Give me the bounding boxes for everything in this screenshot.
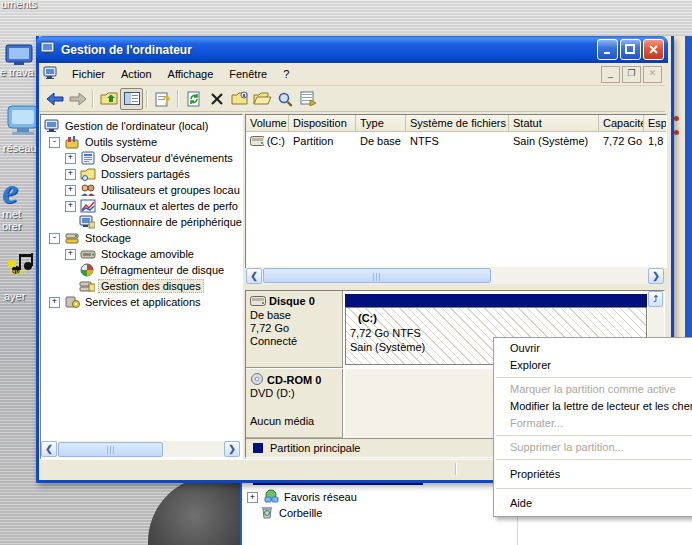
volume-horizontal-scrollbar[interactable]: ❮ ❯ [246, 267, 664, 284]
media-player-label[interactable]: ayer [4, 290, 25, 302]
tree-item-journaux[interactable]: + Journaux et alertes de perfo [65, 198, 240, 214]
tree-label[interactable]: Gestionnaire de périphérique [98, 216, 243, 228]
column-header-fs[interactable]: Système de fichiers [406, 115, 509, 132]
menu-help[interactable]: ? [275, 65, 297, 83]
volume-row-c[interactable]: (C:) Partition De base NTFS Sain (Systèm… [246, 132, 666, 149]
media-player-icon[interactable]: layer [6, 250, 36, 280]
tree-item-services[interactable]: + Services et applications [49, 294, 203, 310]
tree-item-defragmenteur[interactable]: Défragmenteur de disque [79, 262, 226, 278]
scroll-right-icon[interactable]: ❯ [648, 268, 664, 284]
collapse-icon[interactable]: - [49, 137, 60, 148]
internet-explorer-icon[interactable]: e [2, 170, 18, 212]
tree-item-root[interactable]: Gestion de l'ordinateur (local) [44, 118, 210, 134]
title-bar[interactable]: Gestion de l'ordinateur [36, 36, 668, 63]
tree-label[interactable]: Défragmenteur de disque [98, 264, 226, 276]
scroll-up-icon[interactable]: ⤴ [648, 291, 663, 307]
expand-icon[interactable]: + [65, 153, 76, 164]
close-button[interactable] [643, 39, 664, 60]
expand-icon[interactable]: + [65, 169, 76, 180]
menu-item-modifier-lettre[interactable]: Modifier la lettre de lecteur et les che… [494, 398, 692, 415]
scroll-left-icon[interactable]: ❮ [246, 268, 262, 284]
tree-label-selected[interactable]: Gestion des disques [98, 279, 204, 293]
system-tools-icon [64, 135, 80, 149]
internet-explorer-label-2[interactable]: orer [2, 220, 22, 232]
menu-item-formater[interactable]: Formater... [494, 415, 692, 432]
maximize-button[interactable] [620, 39, 641, 60]
menu-item-explorer[interactable]: Explorer [494, 357, 692, 374]
tree-item-outils-systeme[interactable]: - Outils système [49, 134, 159, 150]
back-icon[interactable] [43, 88, 66, 110]
network-places-label[interactable]: réseau [3, 142, 37, 154]
bg-tree-item-network[interactable]: + Favoris réseau [247, 489, 357, 505]
refresh-icon[interactable] [182, 88, 205, 110]
network-places-icon[interactable] [4, 104, 40, 142]
tree-item-dossiers-partages[interactable]: + Dossiers partagés [65, 166, 192, 182]
menu-affichage[interactable]: Affichage [160, 65, 222, 83]
expand-icon[interactable]: + [247, 492, 258, 503]
mdi-minimize-button[interactable]: _ [601, 66, 620, 83]
menu-item-ouvrir[interactable]: Ouvrir [494, 340, 692, 357]
column-header-type[interactable]: Type [356, 115, 406, 132]
volume-esp: 1,8 [644, 134, 666, 148]
cdrom-info[interactable]: CD-ROM 0 DVD (D:) Aucun média [246, 369, 343, 438]
tree-label[interactable]: Services et applications [83, 296, 203, 308]
local-users-groups-icon [80, 183, 96, 197]
scroll-left-icon[interactable]: ❮ [41, 441, 57, 457]
scroll-right-icon[interactable]: ❯ [224, 441, 240, 457]
bg-tree-label[interactable]: Favoris réseau [284, 491, 357, 503]
tree-item-stockage[interactable]: - Stockage [49, 230, 133, 246]
mdi-close-button[interactable]: ✕ [643, 66, 662, 83]
find-icon[interactable] [274, 88, 297, 110]
menu-action[interactable]: Action [113, 65, 160, 83]
tree-item-observateur[interactable]: + Observateur d'événements [65, 150, 235, 166]
tree-label[interactable]: Gestion de l'ordinateur (local) [63, 120, 210, 132]
tree-label[interactable]: Outils système [83, 136, 159, 148]
bg-tree-item-recycle[interactable]: Corbeille [260, 505, 322, 521]
properties-icon[interactable] [228, 88, 251, 110]
window-title: Gestion de l'ordinateur [61, 43, 595, 57]
minimize-button[interactable] [597, 39, 618, 60]
menu-item-marquer-active[interactable]: Marquer la partition comme active [494, 381, 692, 398]
help-icon[interactable]: ? [151, 88, 174, 110]
up-one-level-icon[interactable] [97, 88, 120, 110]
tree-label[interactable]: Observateur d'événements [99, 152, 235, 164]
tree-horizontal-scrollbar[interactable]: ❮ ❯ [41, 441, 240, 457]
collapse-icon[interactable]: - [49, 233, 60, 244]
show-hide-console-tree-icon[interactable] [120, 88, 143, 110]
column-header-statut[interactable]: Statut [509, 115, 599, 132]
tree-item-stockage-amovible[interactable]: + Stockage amovible [65, 246, 196, 262]
legend-label: Partition principale [270, 442, 361, 454]
mdi-restore-button[interactable]: ❐ [622, 66, 641, 83]
window-icon [40, 41, 56, 58]
menu-fichier[interactable]: Fichier [64, 65, 113, 83]
open-folder-icon[interactable] [251, 88, 274, 110]
menu-item-proprietes[interactable]: Propriétés [494, 463, 692, 485]
expand-icon[interactable]: + [65, 201, 76, 212]
export-list-icon[interactable] [297, 88, 320, 110]
menu-item-aide[interactable]: Aide [494, 492, 692, 514]
tree-label[interactable]: Stockage amovible [99, 248, 196, 260]
tree-label[interactable]: Stockage [83, 232, 133, 244]
tree-label[interactable]: Utilisateurs et groupes locau [99, 184, 242, 196]
tree-item-gestionnaire[interactable]: Gestionnaire de périphérique [79, 214, 243, 230]
tree-label[interactable]: Dossiers partagés [99, 168, 192, 180]
disk0-info[interactable]: Disque 0 De base 7,72 Go Connecté [246, 291, 343, 368]
tree-item-utilisateurs[interactable]: + Utilisateurs et groupes locau [65, 182, 242, 198]
tree-label[interactable]: Journaux et alertes de perfo [99, 200, 240, 212]
menu-item-supprimer[interactable]: Supprimer la partition... [494, 439, 692, 456]
delete-icon[interactable] [205, 88, 228, 110]
menu-fenetre[interactable]: Fenêtre [221, 65, 275, 83]
column-header-capacite[interactable]: Capacité [599, 115, 644, 132]
tree-item-gestion-des-disques[interactable]: Gestion des disques [79, 278, 204, 294]
my-computer-icon[interactable] [2, 44, 36, 70]
forward-icon[interactable] [66, 88, 89, 110]
scrollbar-thumb[interactable] [58, 442, 163, 457]
expand-icon[interactable]: + [65, 185, 76, 196]
column-header-volume[interactable]: Volume [246, 115, 289, 132]
column-header-esp[interactable]: Esp [644, 115, 666, 132]
column-header-disposition[interactable]: Disposition [289, 115, 356, 132]
expand-icon[interactable]: + [49, 297, 60, 308]
bg-tree-label[interactable]: Corbeille [279, 507, 322, 519]
expand-icon[interactable]: + [65, 249, 76, 260]
scrollbar-thumb[interactable] [263, 268, 491, 283]
